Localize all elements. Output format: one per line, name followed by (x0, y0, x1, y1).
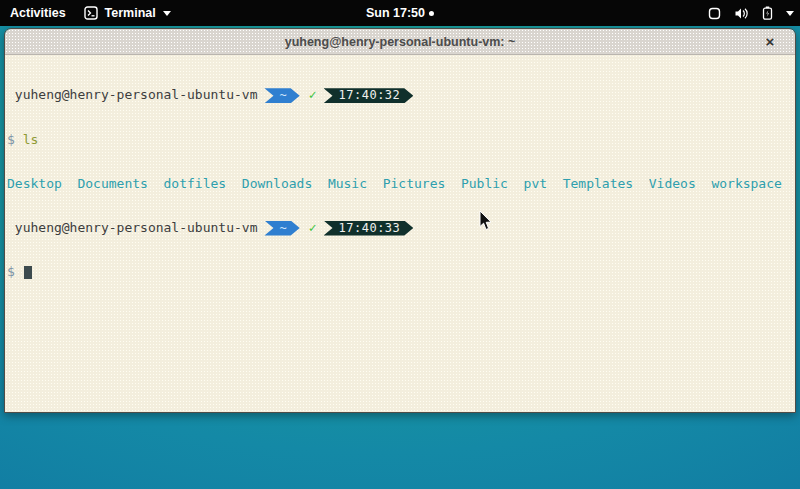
prompt-line-1: yuheng@henry-personal-ubuntu-vm ~ ✓ 17:4… (7, 88, 793, 103)
command-text: ls (23, 133, 39, 148)
prompt-sign: $ (7, 133, 23, 148)
terminal-window: yuheng@henry-personal-ubuntu-vm: ~ × yuh… (4, 28, 796, 413)
desktop: Activities Terminal Sun 17:50 (0, 0, 800, 489)
command-line: $ ls (7, 133, 793, 148)
terminal-content[interactable]: yuheng@henry-personal-ubuntu-vm ~ ✓ 17:4… (5, 55, 795, 412)
clock-button[interactable]: Sun 17:50 (366, 6, 434, 20)
window-titlebar[interactable]: yuheng@henry-personal-ubuntu-vm: ~ × (5, 29, 795, 55)
app-menu-label: Terminal (105, 6, 156, 20)
battery-charging-icon (762, 6, 773, 20)
ls-output-line: Desktop Documents dotfiles Downloads Mus… (7, 177, 793, 192)
status-check-icon: ✓ (309, 88, 317, 103)
prompt-host: yuheng@henry-personal-ubuntu-vm (7, 88, 257, 103)
prompt-time-segment: 17:40:32 (324, 88, 414, 103)
notification-dot (429, 11, 434, 16)
volume-icon (734, 7, 749, 20)
directory-list: Desktop Documents dotfiles Downloads Mus… (7, 177, 782, 192)
system-status-area[interactable] (708, 6, 794, 20)
status-check-icon: ✓ (309, 221, 317, 236)
mouse-cursor-icon (479, 210, 493, 235)
prompt-host: yuheng@henry-personal-ubuntu-vm (7, 221, 257, 236)
top-bar: Activities Terminal Sun 17:50 (0, 0, 800, 26)
prompt-cwd-segment: ~ (264, 88, 299, 103)
window-title: yuheng@henry-personal-ubuntu-vm: ~ (285, 35, 516, 49)
activities-button[interactable]: Activities (10, 6, 66, 20)
prompt-cwd-segment: ~ (264, 221, 299, 236)
screen-icon (708, 7, 721, 20)
prompt-time-segment: 17:40:33 (324, 221, 414, 236)
chevron-down-icon (786, 11, 794, 16)
close-icon[interactable]: × (761, 33, 779, 51)
text-cursor (24, 266, 32, 279)
clock-label: Sun 17:50 (366, 6, 425, 20)
prompt-sign: $ (7, 265, 23, 280)
terminal-icon (84, 6, 98, 20)
app-menu-terminal[interactable]: Terminal (84, 6, 171, 20)
chevron-down-icon (163, 11, 171, 16)
prompt-line-2: yuheng@henry-personal-ubuntu-vm ~ ✓ 17:4… (7, 221, 793, 236)
input-line[interactable]: $ (7, 265, 793, 280)
